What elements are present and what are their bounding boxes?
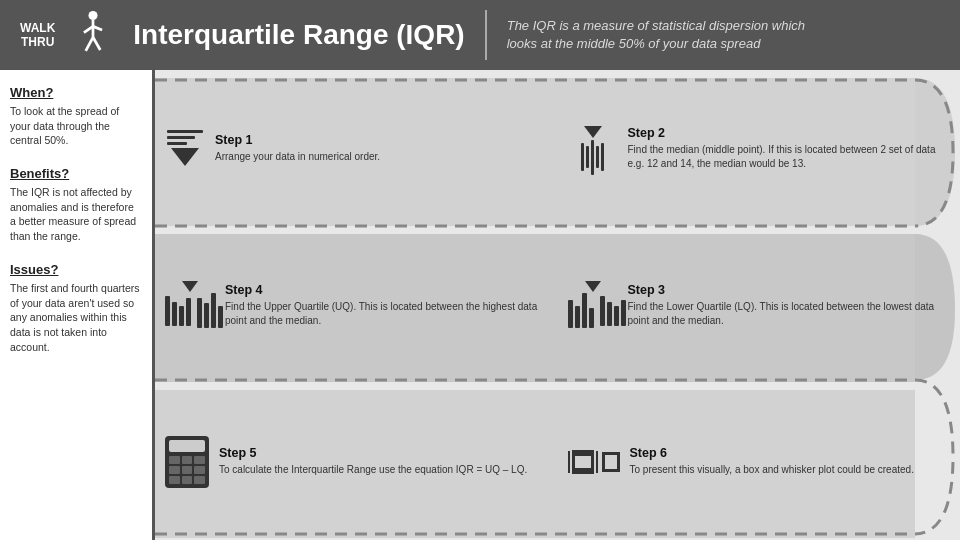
header-divider bbox=[485, 10, 487, 60]
svg-line-2 bbox=[84, 26, 93, 32]
lq-bar1 bbox=[568, 300, 573, 328]
mf-bar2 bbox=[586, 146, 589, 168]
step4-text: Step 4 Find the Upper Quartile (UQ). Thi… bbox=[225, 283, 548, 328]
step6-icon bbox=[568, 450, 620, 474]
mf-bar1 bbox=[581, 143, 584, 171]
uq-bar6 bbox=[204, 303, 209, 328]
uq-icon bbox=[165, 281, 215, 330]
walk-thru-label: WALK THRU bbox=[20, 21, 55, 50]
uq-bar8 bbox=[218, 306, 223, 328]
svg-line-4 bbox=[86, 37, 93, 51]
lq-bar7 bbox=[614, 306, 619, 326]
mf-bar4 bbox=[601, 143, 604, 171]
uq-bar3 bbox=[179, 306, 184, 326]
step2-cell: Step 2 Find the median (middle point). I… bbox=[558, 70, 961, 227]
median-arrow bbox=[584, 126, 602, 138]
uq-bar7 bbox=[211, 293, 216, 328]
step6-label: Step 6 bbox=[630, 446, 914, 460]
lq-bar5 bbox=[600, 296, 605, 326]
sidebar-when: When? To look at the spread of your data… bbox=[10, 85, 142, 148]
calc-btn-5 bbox=[182, 466, 193, 474]
step3-text: Step 3 Find the Lower Quartile (LQ). Thi… bbox=[628, 283, 951, 328]
sidebar-issues-heading: Issues? bbox=[10, 262, 142, 277]
step3-icon bbox=[568, 281, 618, 330]
step3-cell: Step 3 Find the Lower Quartile (LQ). Thi… bbox=[558, 227, 961, 384]
sidebar-benefits-heading: Benefits? bbox=[10, 166, 142, 181]
calc-screen bbox=[169, 440, 205, 452]
svg-point-0 bbox=[89, 11, 98, 20]
step6-text: Step 6 To present this visually, a box a… bbox=[630, 446, 914, 477]
uq-bar1 bbox=[165, 296, 170, 326]
step2-text: Step 2 Find the median (middle point). I… bbox=[628, 126, 951, 171]
sort-arrow bbox=[171, 148, 199, 166]
lq-bar6 bbox=[607, 302, 612, 326]
sort-line-3 bbox=[167, 142, 187, 145]
sidebar-when-heading: When? bbox=[10, 85, 142, 100]
sidebar-when-text: To look at the spread of your data throu… bbox=[10, 104, 142, 148]
step5-cell: Step 5 To calculate the Interquartile Ra… bbox=[155, 383, 558, 540]
step2-description: Find the median (middle point). If this … bbox=[628, 143, 951, 171]
step1-description: Arrange your data in numerical order. bbox=[215, 150, 380, 164]
lq-bars bbox=[568, 292, 618, 330]
step1-label: Step 1 bbox=[215, 133, 380, 147]
step4-cell: Step 4 Find the Upper Quartile (UQ). Thi… bbox=[155, 227, 558, 384]
median-bars bbox=[581, 140, 604, 175]
calc-btn-2 bbox=[182, 456, 193, 464]
step1-text: Step 1 Arrange your data in numerical or… bbox=[215, 133, 380, 164]
step2-label: Step 2 bbox=[628, 126, 951, 140]
sidebar-benefits: Benefits? The IQR is not affected by ano… bbox=[10, 166, 142, 244]
step4-description: Find the Upper Quartile (UQ). This is lo… bbox=[225, 300, 548, 328]
steps-row-3: Step 5 To calculate the Interquartile Ra… bbox=[155, 383, 960, 540]
step5-label: Step 5 bbox=[219, 446, 527, 460]
step5-description: To calculate the Interquartile Range use… bbox=[219, 463, 527, 477]
calc-btn-9 bbox=[194, 476, 205, 484]
sidebar-benefits-text: The IQR is not affected by anomalies and… bbox=[10, 185, 142, 244]
box-whisker-icon bbox=[568, 450, 620, 474]
bw-whisker-right bbox=[596, 451, 598, 473]
svg-line-3 bbox=[93, 26, 102, 30]
bw-whisker-left bbox=[568, 451, 570, 473]
step4-label: Step 4 bbox=[225, 283, 548, 297]
sort-down-icon bbox=[165, 130, 205, 166]
header-subtitle: The IQR is a measure of statistical disp… bbox=[507, 17, 805, 53]
road-shape: Step 1 Arrange your data in numerical or… bbox=[155, 70, 960, 540]
calc-btn-8 bbox=[182, 476, 193, 484]
step6-cell: Step 6 To present this visually, a box a… bbox=[558, 383, 961, 540]
calc-btn-7 bbox=[169, 476, 180, 484]
uq-bar5 bbox=[197, 298, 202, 328]
calc-btn-1 bbox=[169, 456, 180, 464]
calc-btn-3 bbox=[194, 456, 205, 464]
uq-bar4 bbox=[186, 298, 191, 326]
step4-icon bbox=[165, 281, 215, 330]
sidebar-issues: Issues? The first and fourth quarters of… bbox=[10, 262, 142, 354]
step6-description: To present this visually, a box and whis… bbox=[630, 463, 914, 477]
sidebar-issues-text: The first and fourth quarters of your da… bbox=[10, 281, 142, 354]
steps-row-2: Step 4 Find the Upper Quartile (UQ). Thi… bbox=[155, 227, 960, 384]
steps-row-1: Step 1 Arrange your data in numerical or… bbox=[155, 70, 960, 227]
step5-text: Step 5 To calculate the Interquartile Ra… bbox=[219, 446, 527, 477]
main-content: When? To look at the spread of your data… bbox=[0, 70, 960, 540]
calc-btn-6 bbox=[194, 466, 205, 474]
mf-bar-center bbox=[591, 140, 594, 175]
sidebar: When? To look at the spread of your data… bbox=[0, 70, 155, 540]
step2-icon bbox=[568, 126, 618, 171]
lq-icon bbox=[568, 281, 618, 330]
step1-cell: Step 1 Arrange your data in numerical or… bbox=[155, 70, 558, 227]
mf-bar3 bbox=[596, 146, 599, 168]
bw-bottom bbox=[572, 471, 594, 474]
sort-line-2 bbox=[167, 136, 195, 139]
uq-bar2 bbox=[172, 302, 177, 326]
lq-bar8 bbox=[621, 300, 626, 326]
steps-content: Step 1 Arrange your data in numerical or… bbox=[155, 70, 960, 540]
calc-buttons bbox=[169, 456, 205, 484]
header: WALK THRU Interquartile Range (IQR) The … bbox=[0, 0, 960, 70]
uq-bars bbox=[165, 292, 215, 330]
bw-right-side bbox=[591, 453, 594, 471]
step3-label: Step 3 bbox=[628, 283, 951, 297]
lq-arrow bbox=[585, 281, 601, 292]
bw-inner bbox=[575, 453, 591, 471]
page-title: Interquartile Range (IQR) bbox=[133, 19, 464, 51]
uq-arrow bbox=[182, 281, 198, 292]
step1-icon bbox=[165, 130, 205, 166]
sort-line-1 bbox=[167, 130, 203, 133]
